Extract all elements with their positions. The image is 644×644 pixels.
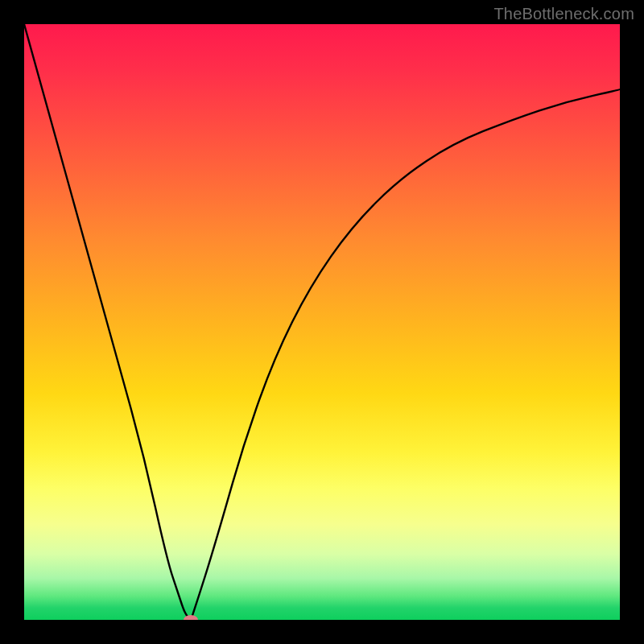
chart-frame: TheBottleneck.com — [0, 0, 644, 644]
curve-svg — [24, 24, 620, 620]
bottleneck-curve-left — [24, 24, 191, 620]
minimum-marker — [184, 615, 198, 620]
watermark-text: TheBottleneck.com — [493, 5, 634, 23]
bottleneck-curve-right — [191, 89, 620, 620]
plot-area — [24, 24, 620, 620]
